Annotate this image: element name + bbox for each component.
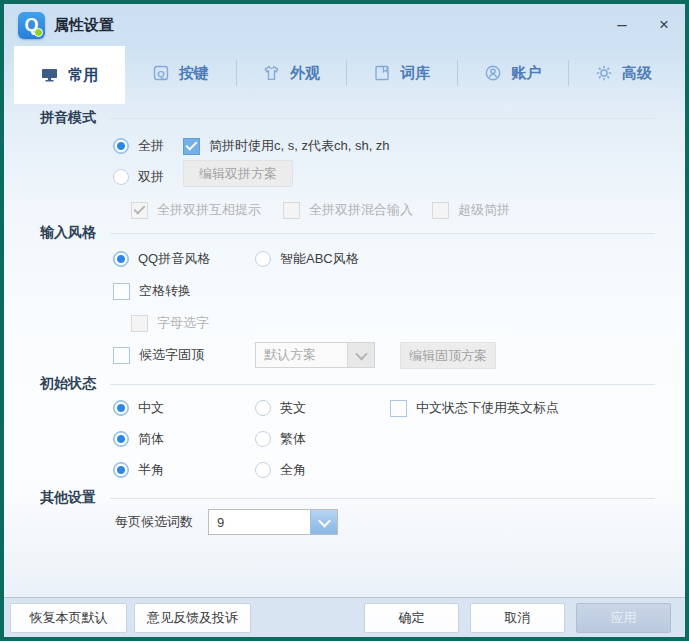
quanpin-label[interactable]: 全拼 <box>138 137 164 155</box>
ok-button[interactable]: 确定 <box>364 603 459 633</box>
tab-keys-label: 按键 <box>179 64 209 83</box>
cancel-button[interactable]: 取消 <box>470 603 565 633</box>
tab-dictionary-label: 词库 <box>400 64 430 83</box>
quanpin-radio[interactable] <box>113 138 129 154</box>
restore-defaults-button[interactable]: 恢复本页默认 <box>10 603 127 633</box>
section-input-style-title: 输入风格 <box>40 224 96 242</box>
footer-right-buttons: 确定 取消 应用 <box>364 603 671 633</box>
chevron-down-icon[interactable] <box>310 510 337 534</box>
candidate-pin-label[interactable]: 候选字固顶 <box>139 346 204 364</box>
section-divider <box>110 498 655 499</box>
tab-account-label: 账户 <box>511 64 541 83</box>
candidates-per-page-label: 每页候选词数 <box>115 513 193 531</box>
edit-pin-button-label: 编辑固顶方案 <box>409 347 487 365</box>
english-label[interactable]: 英文 <box>280 399 306 417</box>
section-pinyin-mode-title: 拼音模式 <box>40 109 96 127</box>
super-jianpin-label: 超级简拼 <box>458 201 510 219</box>
tab-account[interactable]: 账户 <box>457 46 568 100</box>
properties-settings-window: Q 属性设置 – × 常用 Q 按键 外观 <box>0 0 689 641</box>
abc-style-label[interactable]: 智能ABC风格 <box>280 250 359 268</box>
close-button[interactable]: × <box>643 4 685 46</box>
footer-left-buttons: 恢复本页默认 意见反馈及投诉 <box>10 603 251 633</box>
section-pinyin-mode: 拼音模式 <box>40 108 655 128</box>
traditional-option: 繁体 <box>255 426 306 452</box>
tab-dictionary[interactable]: 词库 <box>346 46 457 100</box>
apply-label: 应用 <box>611 609 637 627</box>
jianpin-option: 简拼时使用c, s, z代表ch, sh, zh <box>183 133 390 159</box>
tab-common[interactable]: 常用 <box>14 46 125 104</box>
candidate-pin-option: 候选字固顶 <box>113 342 204 368</box>
shuangpin-option: 双拼 <box>113 164 164 190</box>
quanpin-option: 全拼 <box>113 133 164 159</box>
gear-icon <box>595 64 613 82</box>
mixed-input-option: 全拼双拼混合输入 <box>283 197 413 223</box>
mutual-hint-label: 全拼双拼互相提示 <box>157 201 261 219</box>
logo-status-dot <box>34 28 43 37</box>
jianpin-checkbox[interactable] <box>183 138 200 155</box>
half-width-radio[interactable] <box>113 462 129 478</box>
english-punct-checkbox[interactable] <box>390 400 407 417</box>
feedback-label: 意见反馈及投诉 <box>147 609 238 627</box>
super-jianpin-option: 超级简拼 <box>432 197 510 223</box>
qq-style-option: QQ拼音风格 <box>113 246 210 272</box>
super-jianpin-checkbox <box>432 202 449 219</box>
traditional-label[interactable]: 繁体 <box>280 430 306 448</box>
section-divider <box>110 118 655 119</box>
space-convert-checkbox[interactable] <box>113 283 130 300</box>
titlebar: Q 属性设置 – × <box>4 4 685 46</box>
window-controls: – × <box>601 4 685 46</box>
footer-bar: 恢复本页默认 意见反馈及投诉 确定 取消 应用 <box>4 597 685 637</box>
monitor-icon <box>40 66 59 84</box>
shuangpin-radio[interactable] <box>113 169 129 185</box>
pin-scheme-dropdown: 默认方案 <box>255 342 375 368</box>
key-icon-letter: Q <box>157 68 164 79</box>
shuangpin-label[interactable]: 双拼 <box>138 168 164 186</box>
abc-style-option: 智能ABC风格 <box>255 246 359 272</box>
minimize-button[interactable]: – <box>601 4 643 46</box>
full-width-label[interactable]: 全角 <box>280 461 306 479</box>
half-width-label[interactable]: 半角 <box>138 461 164 479</box>
qq-pinyin-logo-icon: Q <box>18 12 45 39</box>
tab-appearance[interactable]: 外观 <box>236 46 347 100</box>
english-option: 英文 <box>255 395 306 421</box>
edit-pin-button: 编辑固顶方案 <box>400 342 496 369</box>
chevron-down-icon <box>347 343 374 367</box>
candidates-per-page-row: 每页候选词数 <box>115 509 193 535</box>
chinese-radio[interactable] <box>113 400 129 416</box>
account-icon <box>484 64 502 82</box>
space-convert-label[interactable]: 空格转换 <box>139 282 191 300</box>
traditional-radio[interactable] <box>255 431 271 447</box>
tab-advanced[interactable]: 高级 <box>568 46 679 100</box>
qq-style-label[interactable]: QQ拼音风格 <box>138 250 210 268</box>
tab-common-label: 常用 <box>68 66 98 85</box>
chinese-label[interactable]: 中文 <box>138 399 164 417</box>
section-initial-state-title: 初始状态 <box>40 375 96 393</box>
simplified-label[interactable]: 简体 <box>138 430 164 448</box>
qq-style-radio[interactable] <box>113 251 129 267</box>
feedback-button[interactable]: 意见反馈及投诉 <box>134 603 251 633</box>
half-width-option: 半角 <box>113 457 164 483</box>
pin-scheme-dropdown-value: 默认方案 <box>256 343 338 367</box>
candidates-per-page-dropdown[interactable]: 9 <box>208 509 338 535</box>
mutual-hint-checkbox <box>131 202 148 219</box>
section-input-style: 输入风格 <box>40 223 655 243</box>
simplified-radio[interactable] <box>113 431 129 447</box>
settings-content: 拼音模式 全拼 简拼时使用c, s, z代表ch, sh, zh 双拼 编辑双拼… <box>4 100 685 597</box>
full-width-option: 全角 <box>255 457 306 483</box>
section-other-settings-title: 其他设置 <box>40 489 96 507</box>
english-punct-label[interactable]: 中文状态下使用英文标点 <box>416 399 559 417</box>
candidate-pin-checkbox[interactable] <box>113 347 130 364</box>
jianpin-label[interactable]: 简拼时使用c, s, z代表ch, sh, zh <box>209 137 390 155</box>
key-icon: Q <box>152 64 170 82</box>
edit-shuangpin-button-label: 编辑双拼方案 <box>199 165 277 183</box>
english-radio[interactable] <box>255 400 271 416</box>
edit-shuangpin-button: 编辑双拼方案 <box>183 160 293 187</box>
section-other-settings: 其他设置 <box>40 488 655 508</box>
letter-select-checkbox <box>131 315 148 332</box>
ok-label: 确定 <box>399 609 425 627</box>
section-divider <box>110 233 655 234</box>
full-width-radio[interactable] <box>255 462 271 478</box>
abc-style-radio[interactable] <box>255 251 271 267</box>
tab-appearance-label: 外观 <box>290 64 320 83</box>
tab-keys[interactable]: Q 按键 <box>125 46 236 100</box>
